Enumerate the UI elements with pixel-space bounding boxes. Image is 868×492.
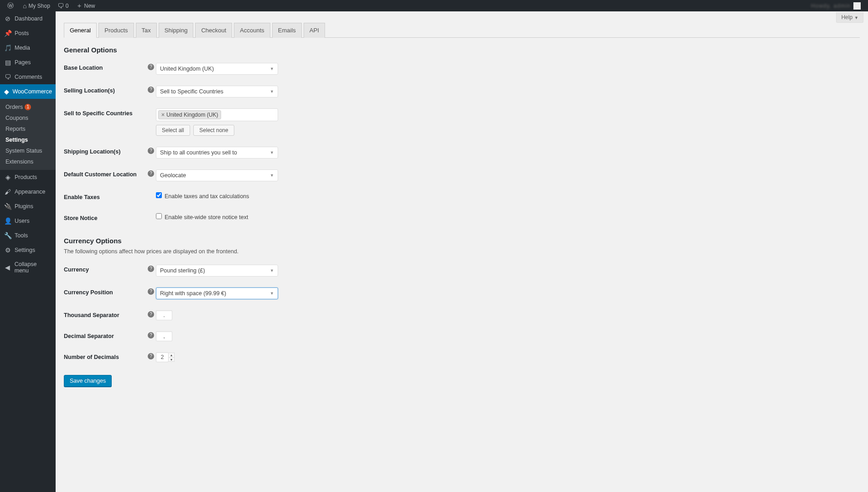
comments-link[interactable]: 🗨0: [54, 0, 72, 11]
submenu-coupons[interactable]: Coupons: [0, 113, 56, 123]
submenu-extensions[interactable]: Extensions: [0, 156, 56, 167]
submenu-label: Orders: [5, 104, 23, 110]
label-currency: Currency: [64, 259, 146, 282]
comment-icon: 🗨: [4, 73, 12, 81]
label-default-customer-location: Default Customer Location: [64, 164, 146, 187]
submenu-label: Extensions: [5, 159, 33, 165]
save-changes-button[interactable]: Save changes: [64, 375, 112, 387]
tab-api[interactable]: API: [304, 23, 325, 38]
pin-icon: 📌: [4, 30, 12, 37]
menu-tools[interactable]: 🔧Tools: [0, 228, 56, 243]
appearance-icon: 🖌: [4, 188, 12, 195]
stepper-up-icon[interactable]: ▲: [168, 353, 175, 357]
select-currency-position[interactable]: Right with space (99.99 €)▼: [156, 287, 278, 299]
checkbox-store-notice-label[interactable]: Enable site-wide store notice text: [156, 214, 248, 220]
select-selling-locations[interactable]: Sell to Specific Countries▼: [156, 86, 278, 97]
dashboard-icon: ⊘: [4, 15, 12, 22]
new-content-link[interactable]: ＋New: [72, 0, 99, 11]
help-tab[interactable]: Help▼: [836, 12, 863, 23]
submenu-label: Coupons: [5, 115, 28, 121]
select-currency[interactable]: Pound sterling (£)▼: [156, 265, 278, 277]
stepper-down-icon[interactable]: ▼: [168, 357, 175, 362]
select-base-location[interactable]: United Kingdom (UK)▼: [156, 63, 278, 75]
menu-products[interactable]: ◈Products: [0, 170, 56, 184]
label-enable-taxes: Enable Taxes: [64, 187, 146, 208]
menu-label: WooCommerce: [12, 88, 52, 95]
menu-label: Comments: [15, 74, 42, 80]
menu-media[interactable]: 🎵Media: [0, 41, 56, 55]
tab-general[interactable]: General: [64, 23, 97, 38]
submenu-settings[interactable]: Settings: [0, 134, 56, 145]
select-value: Ship to all countries you sell to: [160, 149, 237, 156]
help-icon[interactable]: ?: [148, 353, 154, 359]
checkbox-store-notice[interactable]: [156, 213, 162, 219]
plugins-icon: 🔌: [4, 203, 12, 210]
submenu-system-status[interactable]: System Status: [0, 145, 56, 156]
tab-shipping[interactable]: Shipping: [159, 23, 194, 38]
help-icon[interactable]: ?: [148, 332, 154, 338]
products-icon: ◈: [4, 174, 12, 181]
input-thousand-separator[interactable]: [156, 310, 172, 320]
multiselect-countries[interactable]: ×United Kingdom (UK): [156, 108, 278, 121]
menu-users[interactable]: 👤Users: [0, 214, 56, 228]
help-icon[interactable]: ?: [148, 148, 154, 154]
chevron-down-icon: ▼: [270, 268, 274, 273]
chevron-down-icon: ▼: [270, 89, 274, 94]
label-shipping-locations: Shipping Location(s): [64, 141, 146, 164]
menu-label: Media: [15, 45, 30, 51]
checkbox-label-text: Enable site-wide store notice text: [165, 214, 248, 220]
tab-accounts[interactable]: Accounts: [234, 23, 270, 38]
comments-count: 0: [66, 3, 69, 9]
tab-emails[interactable]: Emails: [272, 23, 302, 38]
submenu-label: Reports: [5, 126, 26, 132]
help-icon[interactable]: ?: [148, 266, 154, 272]
input-decimal-separator[interactable]: [156, 331, 172, 341]
home-icon: ⌂: [23, 2, 26, 10]
menu-settings[interactable]: ⚙Settings: [0, 243, 56, 257]
menu-appearance[interactable]: 🖌Appearance: [0, 184, 56, 199]
help-icon[interactable]: ?: [148, 311, 154, 318]
menu-comments[interactable]: 🗨Comments: [0, 70, 56, 84]
settings-icon: ⚙: [4, 246, 12, 254]
menu-collapse[interactable]: ◀Collapse menu: [0, 257, 56, 277]
checkbox-enable-taxes-label[interactable]: Enable taxes and tax calculations: [156, 193, 249, 200]
label-number-of-decimals: Number of Decimals: [64, 347, 146, 368]
help-icon[interactable]: ?: [148, 87, 154, 93]
media-icon: 🎵: [4, 44, 12, 51]
menu-plugins[interactable]: 🔌Plugins: [0, 199, 56, 214]
submenu-orders[interactable]: Orders1: [0, 102, 56, 113]
site-name-link[interactable]: ⌂My Shop: [19, 0, 54, 11]
section-title-currency: Currency Options: [64, 237, 860, 245]
plus-icon: ＋: [76, 2, 83, 10]
menu-dashboard[interactable]: ⊘Dashboard: [0, 11, 56, 26]
select-default-customer-location[interactable]: Geolocate▼: [156, 169, 278, 181]
menu-woocommerce[interactable]: ◆WooCommerce: [0, 84, 56, 99]
label-selling-locations: Selling Location(s): [64, 80, 146, 103]
select-shipping-locations[interactable]: Ship to all countries you sell to▼: [156, 147, 278, 159]
user-account-link[interactable]: Howdy, admin: [807, 0, 864, 11]
avatar: [853, 2, 861, 10]
chevron-down-icon: ▼: [270, 150, 274, 155]
help-icon[interactable]: ?: [148, 64, 154, 70]
menu-label: Appearance: [15, 189, 45, 195]
remove-tag-icon[interactable]: ×: [161, 112, 165, 118]
tab-checkout[interactable]: Checkout: [195, 23, 232, 38]
wp-logo[interactable]: ⓦ: [4, 0, 19, 11]
site-name: My Shop: [28, 3, 50, 9]
orders-badge: 1: [25, 104, 31, 110]
help-icon[interactable]: ?: [148, 288, 154, 295]
label-decimal-separator: Decimal Separator: [64, 326, 146, 347]
input-number-of-decimals[interactable]: [156, 352, 169, 362]
select-none-button[interactable]: Select none: [193, 125, 234, 136]
checkbox-enable-taxes[interactable]: [156, 192, 162, 198]
menu-posts[interactable]: 📌Posts: [0, 26, 56, 41]
submenu-label: Settings: [5, 137, 28, 143]
select-all-button[interactable]: Select all: [156, 125, 190, 136]
tab-products[interactable]: Products: [98, 23, 134, 38]
content-wrap: Help▼ General Products Tax Shipping Chec…: [56, 0, 868, 396]
submenu-woocommerce: Orders1 Coupons Reports Settings System …: [0, 99, 56, 170]
menu-pages[interactable]: ▤Pages: [0, 55, 56, 70]
tab-tax[interactable]: Tax: [136, 23, 157, 38]
submenu-reports[interactable]: Reports: [0, 123, 56, 134]
help-icon[interactable]: ?: [148, 170, 154, 177]
